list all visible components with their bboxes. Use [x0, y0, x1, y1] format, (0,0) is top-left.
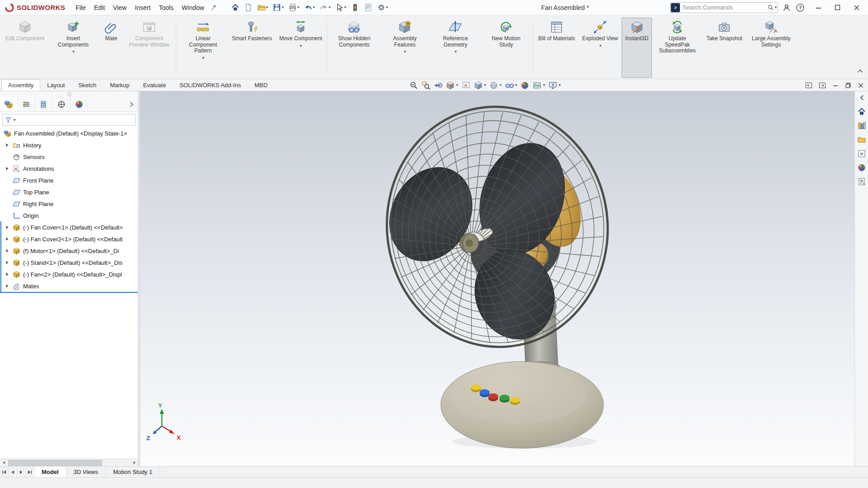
tree-item-fan-cover-2[interactable]: (-) Fan Cover2<1> (Default) <<Default — [0, 233, 138, 245]
rebuild-button[interactable] — [349, 2, 361, 13]
instant3d-button[interactable]: Instant3D — [622, 18, 652, 78]
dropdown-arrow-icon[interactable]: ▾ — [282, 5, 284, 9]
view-palette-icon[interactable] — [856, 149, 867, 159]
close-button[interactable] — [847, 0, 866, 15]
update-speedpak-subassemblies-button[interactable]: Update SpeedPak Subassemblies — [652, 18, 703, 78]
tab-property-manager[interactable] — [18, 97, 35, 112]
tab-layout[interactable]: Layout — [40, 79, 71, 91]
panel-splitter-grip[interactable] — [67, 92, 71, 96]
open-button[interactable]: ▾ — [255, 2, 270, 13]
dropdown-arrow-icon[interactable]: ▾ — [313, 5, 315, 9]
tree-item-annotations[interactable]: Annotations — [0, 163, 138, 174]
expander-icon[interactable] — [5, 284, 10, 288]
previous-view-button[interactable] — [434, 81, 443, 90]
design-library-icon[interactable] — [856, 121, 867, 131]
menu-tools[interactable]: Tools — [155, 0, 178, 15]
menu-insert[interactable]: Insert — [131, 0, 155, 15]
tab-scroll-previous-icon[interactable] — [9, 467, 17, 477]
exploded-view-button[interactable]: Exploded View ▾ — [579, 18, 622, 78]
maximize-button[interactable] — [828, 0, 847, 15]
scrollbar-thumb[interactable] — [8, 460, 102, 466]
menu-window[interactable]: Window — [178, 0, 208, 15]
tab-configuration-manager[interactable] — [35, 97, 53, 112]
menu-edit[interactable]: Edit — [90, 0, 109, 15]
minimize-button[interactable] — [809, 0, 828, 15]
tree-item-right-plane[interactable]: Right Plane — [0, 198, 138, 210]
button-yellow-2[interactable] — [510, 397, 520, 405]
tab-display-manager[interactable] — [71, 97, 88, 112]
take-snapshot-button[interactable]: Take Snapshot — [703, 18, 745, 78]
dropdown-arrow-icon[interactable]: ▾ — [484, 83, 486, 87]
task-pane-expand-icon[interactable] — [856, 93, 867, 103]
menu-file[interactable]: File — [71, 0, 90, 15]
undo-button[interactable]: ▾ — [302, 2, 317, 13]
welcome-home-button[interactable] — [229, 2, 241, 13]
hide-show-items-button[interactable]: ▾ — [505, 81, 518, 90]
dropdown-arrow-icon[interactable]: ▾ — [774, 5, 777, 9]
button-yellow-1[interactable] — [471, 385, 481, 393]
mate-button[interactable]: Mate — [99, 18, 124, 78]
move-component-button[interactable]: Move Component ▾ — [276, 18, 326, 78]
tree-item-stand[interactable]: (-) Stand<1> (Default) <<Default>_Dis — [0, 257, 138, 268]
tree-item-origin[interactable]: Origin — [0, 210, 138, 221]
document-close-icon[interactable] — [857, 82, 864, 89]
options-button[interactable]: ▾ — [375, 2, 390, 13]
assembly-features-button[interactable]: Assembly Features ▾ — [379, 18, 430, 78]
graphics-area[interactable]: Y X Z — [140, 91, 854, 466]
tree-item-fan-cover-1[interactable]: (-) Fan Cover<1> (Default) <<Default> — [0, 221, 138, 233]
view-orientation-button[interactable]: ▾ — [474, 81, 486, 90]
solidworks-resources-icon[interactable] — [856, 107, 867, 117]
smart-fasteners-button[interactable]: Smart Fasteners — [228, 18, 276, 78]
button-red[interactable] — [488, 394, 498, 402]
search-icon[interactable] — [767, 4, 774, 11]
tree-item-front-plane[interactable]: Front Plane — [0, 174, 138, 186]
select-button[interactable]: ▾ — [333, 2, 348, 13]
display-style-button[interactable]: ▾ — [489, 81, 502, 90]
reference-geometry-button[interactable]: Reference Geometry ▾ — [430, 18, 481, 78]
help-icon[interactable]: ? — [796, 3, 805, 12]
scroll-right-icon[interactable] — [130, 459, 138, 466]
tab-sketch[interactable]: Sketch — [71, 79, 103, 91]
bill-of-materials-button[interactable]: Bill of Materials — [534, 18, 578, 78]
custom-properties-icon[interactable] — [856, 177, 867, 187]
document-minimize-icon[interactable] — [832, 82, 839, 89]
tab-scroll-last-icon[interactable] — [26, 467, 34, 477]
tab-motion-study-1[interactable]: Motion Study 1 — [106, 467, 160, 477]
search-input[interactable] — [680, 4, 767, 11]
expander-icon[interactable] — [5, 237, 10, 241]
dropdown-arrow-icon[interactable]: ▾ — [455, 50, 457, 54]
document-restore-icon[interactable] — [844, 82, 852, 89]
dropdown-arrow-icon[interactable]: ▾ — [300, 44, 302, 48]
filter-funnel-icon[interactable] — [5, 117, 12, 123]
panel-horizontal-scrollbar[interactable] — [0, 459, 138, 466]
new-motion-study-button[interactable]: New Motion Study — [481, 18, 531, 78]
tree-item-top-plane[interactable]: Top Plane — [0, 186, 138, 198]
linear-component-pattern-button[interactable]: Linear Component Pattern ▾ — [178, 18, 228, 78]
apply-scene-button[interactable]: ▾ — [533, 81, 545, 90]
menu-view[interactable]: View — [109, 0, 131, 15]
dropdown-arrow-icon[interactable]: ▾ — [344, 5, 346, 9]
dropdown-arrow-icon[interactable]: ▾ — [599, 44, 602, 48]
dropdown-arrow-icon[interactable]: ▾ — [386, 5, 388, 9]
tab-evaluate[interactable]: Evaluate — [137, 79, 173, 91]
tree-item-mates[interactable]: Mates — [0, 280, 138, 292]
dropdown-arrow-icon[interactable]: ▾ — [559, 83, 561, 87]
user-account-icon[interactable] — [782, 3, 791, 12]
search-scope-icon[interactable] — [671, 3, 680, 12]
dynamic-annotation-views-button[interactable]: A — [462, 81, 471, 90]
tab-3d-views[interactable]: 3D Views — [66, 467, 106, 477]
file-explorer-icon[interactable] — [856, 135, 867, 145]
tab-mbd[interactable]: MBD — [248, 79, 274, 91]
expander-icon[interactable] — [5, 249, 10, 253]
tree-item-motor[interactable]: (f) Motor<1> (Default) <<Default>_Di — [0, 245, 138, 257]
dropdown-arrow-icon[interactable]: ▾ — [500, 83, 502, 87]
tree-filter-input[interactable] — [17, 117, 133, 123]
section-view-button[interactable]: ▾ — [446, 81, 458, 90]
tab-model[interactable]: Model — [34, 467, 66, 477]
collapse-ribbon-icon[interactable] — [857, 67, 863, 75]
dropdown-arrow-icon[interactable]: ▾ — [543, 83, 545, 87]
print-button[interactable]: ▾ — [287, 2, 302, 13]
expander-icon[interactable] — [5, 143, 10, 147]
tree-root-item[interactable]: Fan Assembled (Default) <Display State-1… — [0, 127, 138, 139]
button-blue[interactable] — [480, 389, 490, 398]
